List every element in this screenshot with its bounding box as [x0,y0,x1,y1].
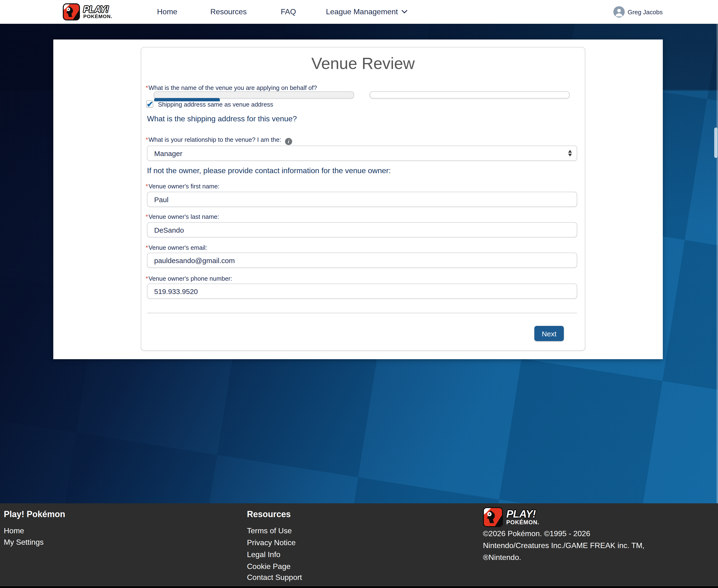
venue-name-input[interactable] [154,91,354,99]
window-bottom-edge [0,586,718,588]
content-panel: Venue Review *What is the name of the ve… [53,40,663,359]
venue-name-label: *What is the name of the venue you are a… [146,84,317,91]
owner-first-name-label-text: Venue owner's first name: [148,183,219,190]
owner-phone-label: *Venue owner's phone number: [146,275,232,282]
owner-last-name-label-text: Venue owner's last name: [148,213,219,220]
footer-link-cookie-page[interactable]: Cookie Page [247,562,291,571]
footer-logo-play-text: PLAY! [506,509,539,520]
owner-email-label-text: Venue owner's email: [148,244,207,251]
shipping-same-checkbox[interactable]: ✔ [146,100,153,107]
owner-phone-label-text: Venue owner's phone number: [148,275,232,282]
footer-link-my-settings[interactable]: My Settings [4,538,44,547]
footer-logo-pokemon-text: POKÉMON. [506,520,539,525]
checkmark-icon: ✔ [147,100,153,109]
relationship-label-text: What is your relationship to the venue? … [148,136,281,143]
section-divider [147,313,577,314]
owner-phone-input[interactable] [147,284,577,299]
shipping-address-heading: What is the shipping address for this ve… [147,114,297,123]
owner-first-name-input[interactable] [147,192,577,207]
shipping-checkbox-label: Shipping address same as venue address [158,101,273,108]
scrollbar-track[interactable] [717,24,718,503]
nav-link-home-label: Home [157,7,177,16]
relationship-label: *What is your relationship to the venue?… [146,136,292,145]
user-name-label: Greg Jacobs [628,8,662,16]
required-asterisk: * [146,275,148,282]
chevron-down-icon [402,10,407,14]
footer-play-pokemon-logo: PLAY! POKÉMON. [483,507,539,527]
footer-heading-resources: Resources [247,509,291,520]
next-button[interactable]: Next [534,326,564,341]
nav-link-home[interactable]: Home [157,0,177,24]
footer-link-terms-of-use[interactable]: Terms of Use [247,527,292,535]
info-icon[interactable]: i [285,138,292,145]
venue-name-label-text: What is the name of the venue you are ap… [148,84,317,91]
top-navbar: PLAY! POKÉMON. Home Resources FAQ League… [0,0,718,24]
required-asterisk: * [146,84,148,91]
required-asterisk: * [146,244,148,251]
play-pokemon-badge-icon [63,3,80,20]
owner-last-name-input[interactable] [147,222,577,237]
required-asterisk: * [146,136,148,143]
page: PLAY! POKÉMON. Home Resources FAQ League… [0,0,718,588]
footer-link-contact-support[interactable]: Contact Support [247,573,302,582]
relationship-selected-value: Manager [154,149,182,157]
page-footer: Play! Pokémon Home My Settings Resources… [0,503,718,586]
relationship-select[interactable]: Manager [147,146,577,161]
nav-link-resources[interactable]: Resources [210,0,247,24]
required-asterisk: * [146,183,148,190]
venue-name-secondary-input[interactable] [370,91,570,99]
footer-play-pokemon-badge-icon [483,507,503,527]
trainer-silhouette-icon [64,4,79,20]
user-avatar-icon[interactable] [613,6,625,18]
owner-last-name-label: *Venue owner's last name: [146,213,219,220]
copyright-line-1: ©2026 Pokémon. ©1995 - 2026 [483,529,590,538]
owner-email-input[interactable] [147,253,577,268]
nav-link-resources-label: Resources [210,7,247,16]
footer-link-legal-info[interactable]: Legal Info [247,550,280,559]
logo-pokemon-text: POKÉMON. [83,14,112,19]
copyright-line-2: Nintendo/Creatures Inc./GAME FREAK inc. … [483,541,645,550]
page-title: Venue Review [141,54,585,73]
footer-heading-play-pokemon: Play! Pokémon [4,509,65,520]
league-management-label: League Management [326,7,398,16]
owner-first-name-label: *Venue owner's first name: [146,183,219,190]
copyright-line-3: ®Nintendo. [483,553,521,562]
nav-dropdown-league-management[interactable]: League Management [326,0,407,24]
select-spinner-icon [568,150,572,156]
nav-link-faq[interactable]: FAQ [281,0,296,24]
logo-play-text: PLAY! [83,5,112,14]
owner-email-label: *Venue owner's email: [146,244,207,251]
scrollbar-thumb[interactable] [714,127,718,158]
play-pokemon-logo[interactable]: PLAY! POKÉMON. [63,3,112,20]
footer-link-privacy-notice[interactable]: Privacy Notice [247,539,296,547]
nav-link-faq-label: FAQ [281,7,296,16]
owner-contact-heading: If not the owner, please provide contact… [147,167,391,175]
required-asterisk: * [146,213,148,220]
user-name[interactable]: Greg Jacobs [628,0,662,24]
footer-link-home[interactable]: Home [4,527,24,535]
venue-review-card: Venue Review *What is the name of the ve… [141,47,585,351]
trainer-silhouette-icon [484,508,502,526]
